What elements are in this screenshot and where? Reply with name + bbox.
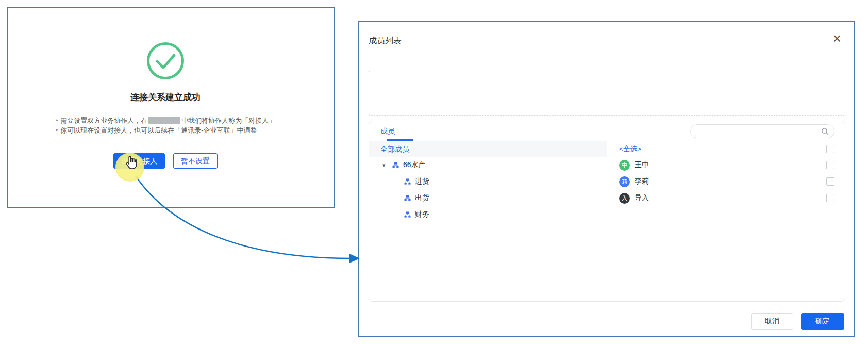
screenshot-root: 连接关系建立成功 •需要设置双方业务协作人，在中我们将协作人称为「对接人」 •你… [0, 0, 868, 344]
success-check-icon [146, 41, 185, 80]
member-checkbox[interactable] [826, 177, 834, 186]
member-row[interactable]: 中 王中 [607, 157, 845, 173]
avatar: 中 [619, 160, 630, 171]
org-icon [392, 162, 399, 169]
caret-down-icon[interactable]: ▾ [382, 162, 390, 169]
tree-item-chuhuo[interactable]: 出货 [369, 190, 607, 206]
department-tree: 全部成员 ▾ 66水产 [369, 141, 607, 302]
bullet1-prefix: 需要设置双方业务协作人，在 [60, 117, 147, 124]
search-input[interactable] [697, 127, 821, 136]
member-row[interactable]: 莉 李莉 [607, 173, 845, 190]
select-all-checkbox[interactable] [826, 145, 834, 153]
tree-item-label: 出货 [415, 193, 429, 203]
bullet-dot: • [56, 117, 58, 124]
avatar: 莉 [619, 176, 630, 187]
member-name: 王中 [635, 160, 649, 170]
close-icon[interactable]: × [829, 31, 845, 47]
success-actions: 设置对接人 暂不设置 [8, 153, 323, 169]
tree-root-all-members[interactable]: 全部成员 [369, 141, 607, 157]
skip-button[interactable]: 暂不设置 [173, 153, 218, 169]
member-list-dialog: 成员列表 × 成员 [358, 21, 855, 337]
tab-members[interactable]: 成员 [380, 121, 395, 141]
success-title: 连接关系建立成功 [8, 91, 323, 103]
select-all-link[interactable]: <全选> [619, 144, 641, 154]
confirm-button[interactable]: 确定 [801, 313, 844, 330]
avatar: 入 [619, 193, 630, 204]
tree-item-jinhuo[interactable]: 进货 [369, 173, 607, 190]
tab-members-label: 成员 [380, 127, 395, 135]
tree-item-caiwu[interactable]: 财务 [369, 206, 607, 223]
success-description: •需要设置双方业务协作人，在中我们将协作人称为「对接人」 •你可以现在设置对接人… [8, 116, 323, 135]
org-icon [404, 211, 411, 218]
select-all-row: <全选> [607, 141, 845, 157]
member-name: 导入 [635, 193, 649, 203]
tree-item-label: 进货 [415, 177, 429, 186]
dialog-header: 成员列表 × [359, 22, 854, 60]
tab-active-underline [387, 139, 413, 141]
selected-members-area [369, 71, 845, 116]
org-icon [404, 195, 411, 202]
bullet1-suffix: 中我们将协作人称为「对接人」 [181, 117, 275, 124]
success-dialog: 连接关系建立成功 •需要设置双方业务协作人，在中我们将协作人称为「对接人」 •你… [7, 7, 335, 208]
org-icon [404, 178, 411, 185]
member-name: 李莉 [635, 177, 649, 186]
member-checkbox[interactable] [826, 161, 834, 169]
bullet2-text: 你可以现在设置对接人，也可以后续在「通讯录-企业互联」中调整 [60, 126, 257, 134]
bullet-dot: • [56, 126, 58, 134]
member-row[interactable]: 入 导入 [607, 190, 845, 206]
tree-item-66shuichan[interactable]: ▾ 66水产 [369, 157, 607, 173]
search-icon [821, 127, 829, 135]
member-checkbox[interactable] [826, 194, 834, 202]
bullet-line-2: •你可以现在设置对接人，也可以后续在「通讯录-企业互联」中调整 [56, 125, 276, 135]
member-list: <全选> 中 王中 莉 李莉 [607, 141, 845, 302]
picker-body: 全部成员 ▾ 66水产 [369, 141, 845, 302]
tree-item-label: 66水产 [403, 160, 426, 170]
tree-item-label: 财务 [415, 210, 429, 219]
hand-cursor-icon [122, 154, 140, 172]
dialog-title: 成员列表 [369, 36, 402, 46]
cancel-button[interactable]: 取消 [751, 313, 793, 330]
bullet-line-1: •需要设置双方业务协作人，在中我们将协作人称为「对接人」 [56, 116, 276, 125]
picker-tabbar: 成员 [369, 121, 845, 141]
dialog-footer: 取消 确定 [751, 313, 844, 330]
redacted-product-name [148, 117, 180, 124]
search-box[interactable] [690, 124, 834, 138]
member-picker-panel: 成员 全部成员 [369, 121, 845, 302]
